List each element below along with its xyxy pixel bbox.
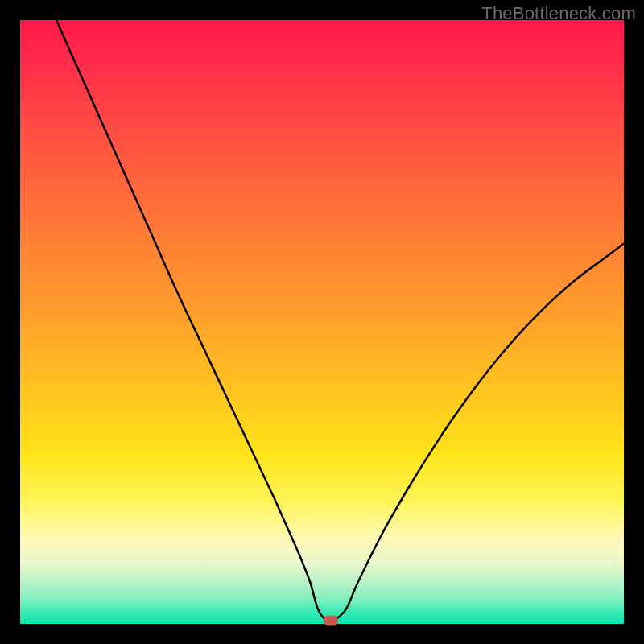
curve-layer xyxy=(20,20,624,624)
bottleneck-curve xyxy=(56,20,624,621)
optimal-point-marker xyxy=(324,615,338,625)
outer-frame: TheBottleneck.com xyxy=(0,0,644,644)
watermark-text: TheBottleneck.com xyxy=(481,3,636,24)
